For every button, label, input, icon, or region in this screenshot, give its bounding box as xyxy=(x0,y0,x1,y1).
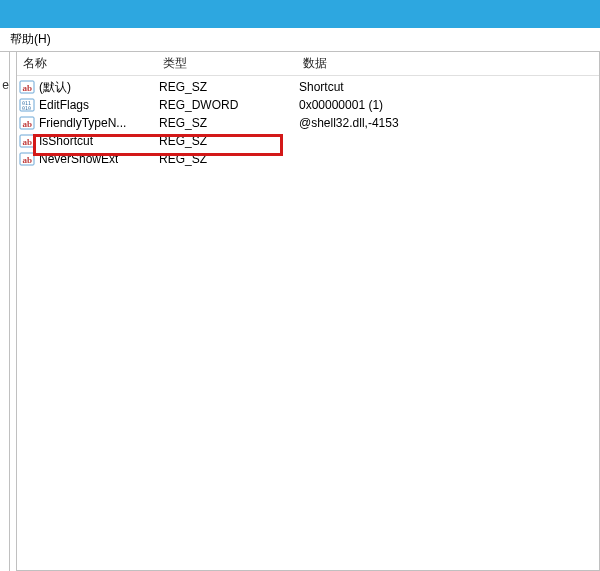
table-row[interactable]: abFriendlyTypeN...REG_SZ@shell32.dll,-41… xyxy=(17,114,599,132)
menu-help[interactable]: 帮助(H) xyxy=(4,29,57,50)
values-pane: 名称 类型 数据 ab(默认)REG_SZShortcut011010EditF… xyxy=(16,52,600,571)
list-header: 名称 类型 数据 xyxy=(17,52,599,76)
cell-type: REG_DWORD xyxy=(159,98,299,112)
value-name: EditFlags xyxy=(39,98,89,112)
value-name: FriendlyTypeN... xyxy=(39,116,126,130)
cell-data: 0x00000001 (1) xyxy=(299,98,599,112)
column-header-data[interactable]: 数据 xyxy=(297,52,599,76)
window-title-bar xyxy=(0,0,600,28)
rows-container: ab(默认)REG_SZShortcut011010EditFlagsREG_D… xyxy=(17,76,599,168)
value-name: (默认) xyxy=(39,79,71,96)
reg-binary-icon: 011010 xyxy=(19,97,35,113)
content-area: e 名称 类型 数据 ab(默认)REG_SZShortcut011010Edi… xyxy=(0,52,600,571)
reg-string-icon: ab xyxy=(19,79,35,95)
column-header-type[interactable]: 类型 xyxy=(157,52,297,76)
cell-name: abFriendlyTypeN... xyxy=(19,115,159,131)
cell-name: 011010EditFlags xyxy=(19,97,159,113)
cell-type: REG_SZ xyxy=(159,116,299,130)
cell-type: REG_SZ xyxy=(159,152,299,166)
svg-text:ab: ab xyxy=(23,137,33,147)
reg-string-icon: ab xyxy=(19,115,35,131)
tree-node-label-fragment: e xyxy=(2,76,9,94)
value-name: IsShortcut xyxy=(39,134,93,148)
table-row[interactable]: abNeverShowExtREG_SZ xyxy=(17,150,599,168)
table-row[interactable]: ab(默认)REG_SZShortcut xyxy=(17,78,599,96)
cell-name: abIsShortcut xyxy=(19,133,159,149)
cell-name: abNeverShowExt xyxy=(19,151,159,167)
tree-pane-fragment: e xyxy=(0,52,10,571)
cell-name: ab(默认) xyxy=(19,79,159,96)
svg-text:ab: ab xyxy=(23,83,33,93)
value-name: NeverShowExt xyxy=(39,152,118,166)
reg-string-icon: ab xyxy=(19,133,35,149)
svg-text:010: 010 xyxy=(22,105,31,111)
reg-string-icon: ab xyxy=(19,151,35,167)
svg-text:ab: ab xyxy=(23,119,33,129)
cell-type: REG_SZ xyxy=(159,80,299,94)
svg-text:ab: ab xyxy=(23,155,33,165)
cell-data: @shell32.dll,-4153 xyxy=(299,116,599,130)
table-row[interactable]: 011010EditFlagsREG_DWORD0x00000001 (1) xyxy=(17,96,599,114)
cell-data: Shortcut xyxy=(299,80,599,94)
cell-type: REG_SZ xyxy=(159,134,299,148)
table-row[interactable]: abIsShortcutREG_SZ xyxy=(17,132,599,150)
menu-bar: 帮助(H) xyxy=(0,28,600,52)
column-header-name[interactable]: 名称 xyxy=(17,52,157,76)
